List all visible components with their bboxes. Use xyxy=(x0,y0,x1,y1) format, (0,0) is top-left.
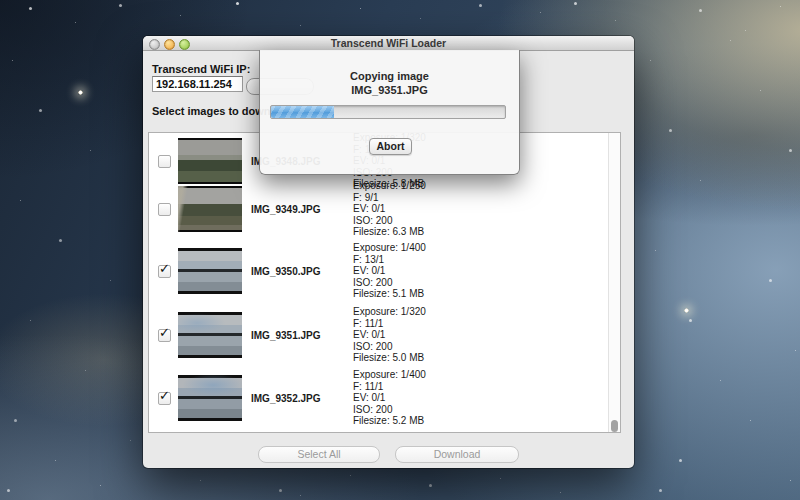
image-thumbnail xyxy=(178,248,242,294)
select-all-button[interactable]: Select All xyxy=(258,446,380,463)
progress-bar xyxy=(270,105,506,119)
ip-input[interactable] xyxy=(152,76,243,92)
image-checkbox[interactable] xyxy=(158,155,171,168)
progress-fill xyxy=(271,106,334,118)
image-filename: IMG_9350.JPG xyxy=(251,266,346,277)
image-filename: IMG_9349.JPG xyxy=(251,204,346,215)
download-button[interactable]: Download xyxy=(395,446,519,463)
image-checkbox[interactable] xyxy=(158,265,171,278)
image-exif-details: Exposure: 1/400 F: 11/1 EV: 0/1 ISO: 200… xyxy=(353,369,426,427)
sheet-filename: IMG_9351.JPG xyxy=(260,84,519,96)
image-filename: IMG_9352.JPG xyxy=(251,393,346,404)
star-field xyxy=(0,0,1,1)
abort-button[interactable]: Abort xyxy=(369,138,412,155)
image-row[interactable]: IMG_9352.JPG Exposure: 1/400 F: 11/1 EV:… xyxy=(149,369,607,427)
image-checkbox[interactable] xyxy=(158,392,171,405)
image-thumbnail xyxy=(178,186,242,232)
window-title: Transcend WiFi Loader xyxy=(143,37,634,49)
image-thumbnail xyxy=(178,375,242,421)
image-exif-details: Exposure: 1/320 F: 11/1 EV: 0/1 ISO: 200… xyxy=(353,306,426,364)
image-list: IMG_9348.JPG Exposure: 1/320 F: 10/1 EV:… xyxy=(148,132,621,433)
sheet-title: Copying image xyxy=(260,70,519,82)
image-exif-details: Exposure: 1/400 F: 13/1 EV: 0/1 ISO: 200… xyxy=(353,242,426,300)
image-row[interactable]: IMG_9349.JPG Exposure: 1/250 F: 9/1 EV: … xyxy=(149,180,607,238)
bright-star xyxy=(78,90,83,95)
copy-progress-sheet: Copying image IMG_9351.JPG Abort xyxy=(259,50,520,175)
desktop-wallpaper: Transcend WiFi Loader Transcend WiFi IP:… xyxy=(0,0,800,500)
ip-field-label: Transcend WiFi IP: xyxy=(152,63,250,75)
image-exif-details: Exposure: 1/250 F: 9/1 EV: 0/1 ISO: 200 … xyxy=(353,180,426,238)
window-titlebar[interactable]: Transcend WiFi Loader xyxy=(143,36,634,51)
scrollbar-track[interactable] xyxy=(608,133,620,432)
image-thumbnail xyxy=(178,312,242,358)
image-checkbox[interactable] xyxy=(158,329,171,342)
bright-star xyxy=(684,308,689,313)
image-filename: IMG_9351.JPG xyxy=(251,330,346,341)
image-thumbnail xyxy=(178,138,242,184)
image-checkbox[interactable] xyxy=(158,203,171,216)
image-row[interactable]: IMG_9350.JPG Exposure: 1/400 F: 13/1 EV:… xyxy=(149,242,607,300)
scrollbar-thumb[interactable] xyxy=(611,420,618,432)
image-row[interactable]: IMG_9351.JPG Exposure: 1/320 F: 11/1 EV:… xyxy=(149,306,607,364)
